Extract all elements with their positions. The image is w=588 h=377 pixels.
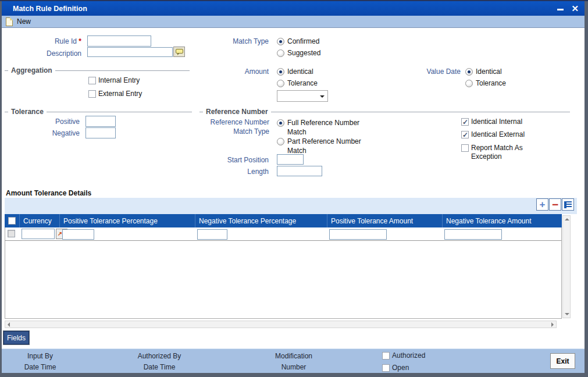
authorized-by-label: Authorized By [127,351,192,362]
input-by-block: Input By Date Time [11,351,69,373]
chevron-down-icon [320,95,325,100]
identical-external-checkbox[interactable] [461,131,469,138]
match-type-confirmed-radio[interactable] [277,38,284,45]
report-match-exception-checkbox[interactable] [461,144,469,152]
identical-external-label: Identical External [471,130,525,138]
footer-bar: Input By Date Time Authorized By Date Ti… [2,348,585,373]
authorized-by-block: Authorized By Date Time [127,351,192,373]
details-list-icon [564,201,572,208]
match-type-suggested-radio[interactable] [277,49,284,57]
length-input[interactable] [277,166,322,176]
amount-tolerance-dropdown[interactable] [277,90,328,102]
description-label: Description [0,49,81,58]
table-vertical-scrollbar[interactable] [562,215,571,318]
value-date-label: Value Date [379,67,461,76]
currency-input[interactable] [22,229,55,239]
authorized-date-time-label: Date Time [127,362,192,373]
close-icon[interactable]: ✕ [571,3,579,14]
column-header-negative-tolerance-amount: Negative Tolerance Amount [443,214,562,227]
positive-input[interactable] [85,116,116,127]
scroll-up-icon[interactable] [565,218,569,220]
report-match-exception-label: Report Match As Exception [471,144,536,161]
new-button[interactable]: New [17,17,31,26]
positive-tolerance-percentage-input[interactable] [62,229,94,240]
table-toolbar: + − [5,198,577,214]
open-checkbox[interactable] [382,364,390,372]
start-position-input[interactable] [277,154,304,165]
part-reference-match-radio[interactable] [277,138,284,145]
match-type-label: Match Type [187,37,269,45]
reference-number-section-header: Reference Number [199,108,570,116]
column-header-negative-tolerance-percentage: Negative Tolerance Percentage [195,214,327,227]
rule-id-label: Rule Id * [0,37,81,45]
title-bar: Match Rule Definition ✕ [2,1,585,16]
add-row-button[interactable]: + [536,198,548,211]
remove-row-button[interactable]: − [549,198,561,211]
match-rule-definition-window: Match Rule Definition ✕ New Rule Id * De… [0,0,588,377]
negative-label: Negative [0,129,80,137]
amount-identical-radio[interactable] [277,68,284,76]
table-horizontal-scrollbar[interactable] [5,321,557,328]
table-body [5,227,562,319]
full-reference-match-radio[interactable] [277,119,284,127]
external-entry-checkbox[interactable] [88,90,96,98]
speech-bubble-icon [176,49,183,54]
negative-tolerance-amount-input[interactable] [444,229,502,240]
negative-tolerance-percentage-input[interactable] [197,229,227,240]
internal-entry-label: Internal Entry [98,76,140,84]
full-reference-match-label: Full Reference Number Match [287,118,376,137]
value-date-identical-label: Identical [476,67,502,76]
description-input[interactable] [87,47,173,57]
start-position-label: Start Position [187,156,269,164]
tolerance-section-header: Tolerance [5,108,192,116]
column-header-currency: Currency [20,214,60,227]
window-title: Match Rule Definition [2,5,87,13]
match-type-confirmed-label: Confirmed [287,37,319,45]
modification-number-label: Modification Number [270,351,317,373]
new-document-icon[interactable] [6,17,13,26]
lov-arrow-icon: ↗ [58,231,62,237]
external-entry-label: External Entry [98,90,142,98]
amount-tolerance-details-title: Amount Tolerance Details [6,189,91,197]
amount-tolerance-radio[interactable] [277,80,284,87]
positive-label: Positive [0,118,80,126]
column-header-positive-tolerance-amount: Positive Tolerance Amount [327,214,443,227]
action-toolbar: New [2,16,585,28]
length-label: Length [187,168,269,176]
value-date-tolerance-label: Tolerance [476,79,506,87]
fields-button[interactable]: Fields [3,331,29,344]
description-editor-button[interactable] [173,47,185,57]
value-date-identical-radio[interactable] [465,68,473,76]
match-type-suggested-label: Suggested [287,49,320,57]
input-by-label: Input By [11,351,69,362]
required-marker: * [79,37,81,45]
positive-tolerance-amount-input[interactable] [329,229,387,240]
row-select-checkbox[interactable] [8,230,15,237]
scroll-down-icon[interactable] [565,313,569,315]
scroll-left-icon[interactable] [8,322,10,327]
identical-internal-label: Identical Internal [471,118,522,126]
row-details-button[interactable] [562,198,574,211]
minimize-icon[interactable] [557,9,564,10]
column-header-positive-tolerance-percentage: Positive Tolerance Percentage [60,214,195,227]
amount-label: Amount [187,67,269,76]
authorized-checkbox[interactable] [382,352,390,360]
input-date-time-label: Date Time [11,362,69,373]
rule-id-input[interactable] [87,35,151,47]
open-label: Open [392,364,409,372]
amount-tolerance-label: Tolerance [287,79,318,87]
authorized-label: Authorized [392,351,425,360]
table-header-row: Currency Positive Tolerance Percentage N… [5,214,562,227]
reference-number-match-type-label: Reference Number Match Type [198,118,269,136]
identical-internal-checkbox[interactable] [461,118,469,126]
aggregation-section-header: Aggregation [5,66,190,74]
value-date-tolerance-radio[interactable] [465,80,473,87]
select-all-checkbox[interactable] [8,217,16,225]
part-reference-match-label: Part Reference Number Match [287,137,379,155]
negative-input[interactable] [85,127,116,138]
amount-identical-label: Identical [287,67,313,76]
internal-entry-checkbox[interactable] [88,77,96,84]
scroll-right-icon[interactable] [551,322,554,327]
exit-button[interactable]: Exit [550,353,575,369]
